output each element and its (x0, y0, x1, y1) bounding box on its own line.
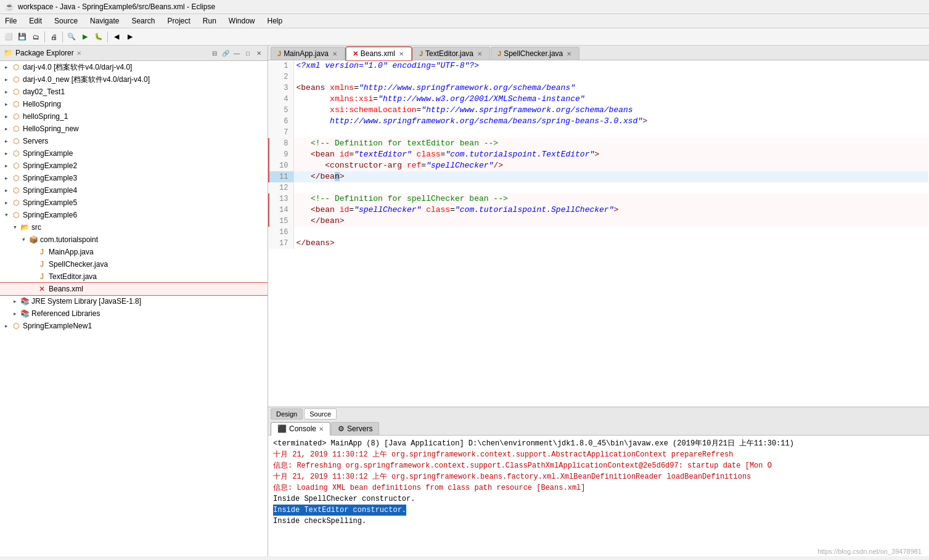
code-line-16: 16 (269, 227, 928, 238)
arrow-texteditor (28, 273, 36, 280)
toolbar-save-all[interactable]: 🗂 (30, 31, 42, 43)
tab-beansxml[interactable]: ✕ Beans.xml ✕ (346, 47, 412, 60)
line-content-3[interactable]: <beans xmlns="http://www.springframework… (293, 83, 928, 94)
toolbar-debug[interactable]: 🐛 (92, 31, 105, 43)
panel-close-mark: ✕ (76, 50, 81, 57)
tree-item-spellchecker[interactable]: J SpellChecker.java (0, 258, 268, 270)
line-content-9[interactable]: <bean id="textEditor" class="com.tutoria… (293, 149, 928, 160)
tab-spellchecker[interactable]: J SpellChecker.java ✕ (491, 47, 579, 60)
tree-item-beansxml[interactable]: ✕ Beans.xml (0, 283, 268, 295)
menu-window[interactable]: Window (226, 15, 258, 26)
tree-item-com[interactable]: 📦 com.tutorialspoint (0, 233, 268, 246)
menu-source[interactable]: Source (52, 15, 80, 26)
menu-navigate[interactable]: Navigate (88, 15, 121, 26)
arrow-darjv4new (2, 76, 10, 83)
tab-label-beansxml: Beans.xml (361, 49, 395, 58)
tab-close-mainapp[interactable]: ✕ (331, 51, 338, 57)
tree-item-jre[interactable]: 📚 JRE System Library [JavaSE-1.8] (0, 295, 268, 307)
tree-item-springexample3[interactable]: ⬡ SpringExample3 (0, 172, 268, 184)
package-explorer[interactable]: ⬡ darj-v4.0 [档案软件v4.0/darj-v4.0] ⬡ darj-… (0, 61, 268, 556)
code-line-17: 17 </beans> (269, 238, 928, 249)
tree-item-day02[interactable]: ⬡ day02_Test1 (0, 86, 268, 98)
toolbar-run[interactable]: ▶ (79, 31, 91, 43)
toolbar-save[interactable]: 💾 (16, 31, 28, 43)
line-num-4: 4 (269, 94, 293, 105)
tab-close-texteditor[interactable]: ✕ (476, 51, 483, 57)
console-area: <terminated> MainApp (8) [Java Applicati… (268, 436, 929, 556)
tree-item-darjv4[interactable]: ⬡ darj-v4.0 [档案软件v4.0/darj-v4.0] (0, 61, 268, 73)
line-content-7[interactable] (293, 127, 928, 138)
tab-texteditor[interactable]: J TextEditor.java ✕ (412, 47, 490, 60)
line-content-15[interactable]: </bean> (293, 216, 928, 227)
minimize-btn[interactable]: — (232, 48, 242, 58)
line-content-13[interactable]: <!-- Definition for spellChecker bean --… (293, 193, 928, 205)
close-panel-btn[interactable]: ✕ (254, 48, 264, 58)
line-content-12[interactable] (293, 182, 928, 193)
line-content-14[interactable]: <bean id="spellChecker" class="com.tutor… (293, 205, 928, 216)
lib-icon-reflibs: 📚 (20, 309, 30, 319)
tab-source[interactable]: Source (304, 408, 337, 420)
tab-label-spellchecker: SpellChecker.java (504, 49, 563, 58)
console-tab-close-icon: ✕ (319, 426, 324, 432)
tree-item-darjv4new[interactable]: ⬡ darj-v4.0_new [档案软件v4.0/darj-v4.0] (0, 73, 268, 86)
editor-area[interactable]: 1 <?xml version="1.0" encoding="UTF-8"?>… (268, 60, 929, 407)
project-icon-springexample6: ⬡ (11, 210, 21, 220)
tree-item-reflibs[interactable]: 📚 Referenced Libraries (0, 307, 268, 320)
xml-icon-beansxml: ✕ (37, 284, 47, 294)
line-content-2[interactable] (293, 71, 928, 83)
toolbar-back[interactable]: ◀ (110, 31, 123, 43)
tree-item-servers[interactable]: ⬡ Servers (0, 135, 268, 147)
collapse-all-btn[interactable]: ⊟ (210, 48, 219, 58)
tree-item-hellospring[interactable]: ⬡ HelloSpring (0, 98, 268, 110)
maximize-btn[interactable]: □ (243, 48, 253, 58)
bottom-tab-console[interactable]: ⬛ Console ✕ (271, 422, 330, 436)
menu-search[interactable]: Search (129, 15, 157, 26)
tree-item-mainapp[interactable]: J MainApp.java (0, 246, 268, 258)
tab-close-spellchecker[interactable]: ✕ (565, 51, 573, 57)
line-content-5[interactable]: xsi:schemaLocation="http://www.springfra… (293, 105, 928, 116)
line-content-11[interactable]: </bean> (293, 171, 928, 182)
line-content-10[interactable]: <constructor-arg ref="spellChecker"/> (293, 160, 928, 171)
tree-item-springexample[interactable]: ⬡ SpringExample (0, 147, 268, 160)
menu-help[interactable]: Help (265, 15, 285, 26)
toolbar-forward[interactable]: ▶ (124, 31, 136, 43)
tab-close-beansxml[interactable]: ✕ (398, 51, 405, 57)
tab-design[interactable]: Design (271, 408, 303, 420)
line-num-10: 10 (269, 160, 293, 171)
line-content-17[interactable]: </beans> (293, 238, 928, 249)
line-content-4[interactable]: xmlns:xsi="http://www.w3.org/2001/XMLSch… (293, 94, 928, 105)
bottom-tab-servers[interactable]: ⚙ Servers (331, 422, 379, 435)
tree-item-hellospringnew[interactable]: ⬡ HelloSpring_new (0, 123, 268, 135)
tree-item-springexamplenew1[interactable]: ⬡ SpringExampleNew1 (0, 320, 268, 332)
link-editor-btn[interactable]: 🔗 (221, 48, 231, 58)
toolbar-print[interactable]: 🖨 (47, 31, 60, 43)
menu-run[interactable]: Run (200, 15, 219, 26)
tree-item-springexample5[interactable]: ⬡ SpringExample5 (0, 197, 268, 209)
code-line-2: 2 (269, 71, 928, 83)
tree-item-texteditor[interactable]: J TextEditor.java (0, 270, 268, 283)
tree-item-springexample2[interactable]: ⬡ SpringExample2 (0, 160, 268, 172)
title-bar: ☕ workspace - Java - SpringExample6/src/… (0, 0, 929, 14)
line-content-6[interactable]: http://www.springframework.org/schema/be… (293, 116, 928, 127)
arrow-springexample2 (2, 162, 10, 169)
line-num-1: 1 (269, 60, 293, 71)
line-num-8: 8 (269, 138, 293, 149)
tree-item-src[interactable]: 📂 src (0, 221, 268, 233)
tree-item-springexample6[interactable]: ⬡ SpringExample6 (0, 209, 268, 221)
toolbar-new[interactable]: ⬜ (2, 31, 15, 43)
menu-file[interactable]: File (2, 15, 19, 26)
line-content-1[interactable]: <?xml version="1.0" encoding="UTF-8"?> (293, 60, 928, 71)
label-hellospring1: helloSpring_1 (23, 112, 68, 121)
tree-item-springexample4[interactable]: ⬡ SpringExample4 (0, 184, 268, 197)
line-content-16[interactable] (293, 227, 928, 238)
menu-project[interactable]: Project (165, 15, 192, 26)
label-spellchecker: SpellChecker.java (49, 260, 108, 269)
arrow-mainapp (28, 248, 36, 256)
menu-edit[interactable]: Edit (27, 15, 44, 26)
toolbar-search[interactable]: 🔍 (65, 31, 78, 43)
line-content-8[interactable]: <!-- Definition for textEditor bean --> (293, 138, 928, 149)
tree-item-hellospring1[interactable]: ⬡ helloSpring_1 (0, 110, 268, 123)
project-icon-springexample4: ⬡ (11, 185, 21, 195)
watermark: https://blog.csdn.net/on_39478981 (817, 548, 922, 555)
tab-mainapp[interactable]: J MainApp.java ✕ (271, 47, 345, 60)
